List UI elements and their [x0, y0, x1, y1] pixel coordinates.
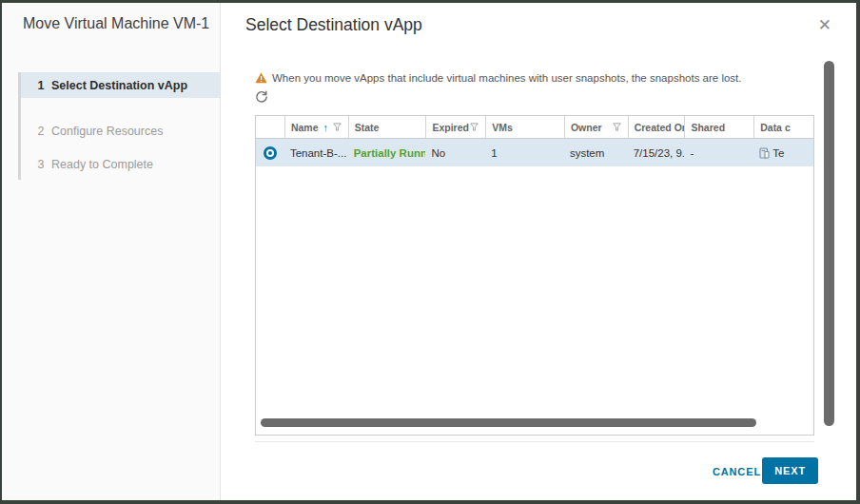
sidebar-item-step-2: 2 Configure Resources: [21, 118, 220, 144]
step-label: Select Destination vApp: [51, 79, 187, 92]
step-number: 2: [33, 125, 49, 138]
step-number: 1: [33, 79, 49, 92]
column-header-created-on[interactable]: Created On: [628, 116, 685, 138]
column-header-vms[interactable]: VMs: [485, 116, 564, 138]
filter-icon[interactable]: [333, 123, 342, 131]
cell-vms: 1: [485, 139, 564, 166]
warning-icon: [255, 72, 267, 84]
close-icon[interactable]: ✕: [818, 17, 831, 33]
column-label: VMs: [492, 122, 513, 133]
cell-expired: No: [425, 139, 485, 166]
vapp-radio-selected[interactable]: [264, 146, 277, 160]
radio-dot: [268, 151, 272, 155]
sort-ascending-icon[interactable]: ↑: [323, 122, 329, 133]
table-row[interactable]: Tenant-B-... Partially Running No 1 syst…: [256, 139, 813, 166]
sidebar-item-step-1[interactable]: 1 Select Destination vApp: [21, 72, 220, 98]
table-horizontal-scrollbar[interactable]: [261, 418, 756, 427]
data-center-icon: [759, 147, 770, 159]
column-label: Name: [291, 122, 319, 133]
cell-shared: -: [684, 139, 753, 166]
radio-ring: [266, 149, 274, 157]
filter-icon[interactable]: [470, 123, 479, 131]
content-vertical-scrollbar[interactable]: [824, 61, 834, 426]
cell-state: Partially Running: [348, 139, 426, 166]
cell-data-center: Te: [753, 139, 813, 166]
grid-footer: [255, 436, 814, 442]
wizard-title: Move Virtual Machine VM-1: [23, 13, 210, 34]
cancel-button[interactable]: CANCEL: [713, 466, 761, 477]
column-header-state[interactable]: State: [348, 116, 426, 138]
column-label: Shared: [691, 122, 725, 133]
column-header-data-center[interactable]: Data c: [753, 116, 813, 138]
column-header-owner[interactable]: Owner: [564, 116, 628, 138]
column-header-shared[interactable]: Shared: [684, 116, 753, 138]
row-select-cell: [256, 139, 284, 166]
next-button[interactable]: NEXT: [762, 457, 818, 484]
data-center-label: Te: [772, 147, 784, 159]
refresh-icon: [255, 90, 268, 104]
filter-icon[interactable]: [613, 123, 621, 131]
cell-name: Tenant-B-...: [284, 139, 348, 166]
table-header-row: Name ↑ State Expired VMs: [256, 116, 813, 139]
cell-owner: system: [564, 139, 628, 166]
step-label: Ready to Complete: [51, 158, 153, 171]
warning-banner: When you move vApps that include virtual…: [255, 72, 799, 84]
refresh-button[interactable]: [255, 90, 270, 106]
column-label: Data c: [760, 122, 791, 133]
page-title: Select Destination vApp: [245, 15, 422, 35]
step-label: Configure Resources: [51, 125, 163, 138]
column-label: State: [355, 122, 380, 133]
select-column-header: [256, 116, 284, 138]
column-header-expired[interactable]: Expired: [425, 116, 485, 138]
wizard-content: Select Destination vApp ✕ When you move …: [221, 3, 856, 500]
sidebar-item-step-3: 3 Ready to Complete: [21, 151, 220, 177]
step-number: 3: [33, 158, 49, 171]
column-label: Created On: [635, 122, 685, 133]
column-header-name[interactable]: Name ↑: [284, 116, 348, 138]
move-vm-dialog: Move Virtual Machine VM-1 1 Select Desti…: [2, 3, 856, 500]
column-label: Owner: [571, 122, 602, 133]
wizard-sidebar: Move Virtual Machine VM-1 1 Select Desti…: [2, 3, 221, 500]
cell-created-on: 7/15/23, 9...: [628, 139, 685, 166]
warning-text: When you move vApps that include virtual…: [272, 72, 741, 84]
vapp-table: Name ↑ State Expired VMs: [255, 115, 814, 436]
column-label: Expired: [432, 122, 469, 133]
